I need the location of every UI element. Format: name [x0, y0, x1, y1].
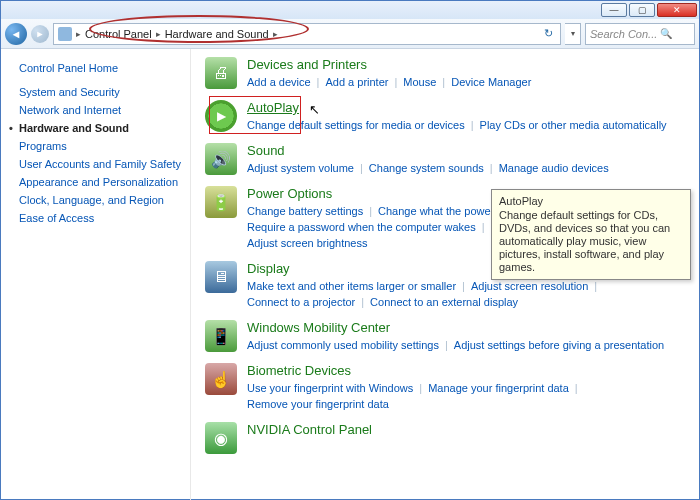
sidebar-item[interactable]: Network and Internet: [19, 101, 184, 119]
sidebar-item[interactable]: Clock, Language, and Region: [19, 191, 184, 209]
link-divider: |: [490, 160, 493, 176]
category-links: Adjust commonly used mobility settings|A…: [247, 337, 664, 353]
category-links: Add a device|Add a printer|Mouse|Device …: [247, 74, 531, 90]
category-icon: ◉: [205, 422, 237, 454]
breadcrumb-sep: ▸: [156, 29, 161, 39]
link-divider: |: [482, 219, 485, 235]
category-links: Adjust system volume|Change system sound…: [247, 160, 609, 176]
link-divider: |: [394, 74, 397, 90]
link-divider: |: [471, 117, 474, 133]
sidebar-item[interactable]: System and Security: [19, 83, 184, 101]
link-divider: |: [317, 74, 320, 90]
search-placeholder: Search Con...: [590, 28, 657, 40]
link-divider: |: [360, 160, 363, 176]
category-link[interactable]: Change default settings for media or dev…: [247, 117, 465, 133]
category-link[interactable]: Require a password when the computer wak…: [247, 219, 476, 235]
breadcrumb-sep: ▸: [76, 29, 81, 39]
category-link[interactable]: Add a printer: [325, 74, 388, 90]
category-link[interactable]: Connect to an external display: [370, 294, 518, 310]
titlebar: — ▢ ✕: [1, 1, 699, 19]
link-divider: |: [575, 380, 578, 396]
link-divider: |: [462, 278, 465, 294]
category: ☝Biometric DevicesUse your fingerprint w…: [205, 363, 689, 412]
body-area: Control Panel Home System and SecurityNe…: [1, 49, 699, 500]
category: 🔊SoundAdjust system volume|Change system…: [205, 143, 689, 176]
category-icon: [205, 100, 237, 132]
sidebar-item[interactable]: User Accounts and Family Safety: [19, 155, 184, 173]
category-links: Make text and other items larger or smal…: [247, 278, 689, 310]
category-icon: 📱: [205, 320, 237, 352]
search-icon: 🔍: [660, 28, 672, 39]
breadcrumb-item[interactable]: Hardware and Sound: [165, 28, 269, 40]
category-link[interactable]: Adjust commonly used mobility settings: [247, 337, 439, 353]
sidebar-item[interactable]: Hardware and Sound: [19, 119, 184, 137]
close-button[interactable]: ✕: [657, 3, 697, 17]
category: 🖨Devices and PrintersAdd a device|Add a …: [205, 57, 689, 90]
sidebar-item[interactable]: Ease of Access: [19, 209, 184, 227]
category-title[interactable]: Biometric Devices: [247, 363, 689, 378]
category-link[interactable]: Adjust screen brightness: [247, 235, 367, 251]
window-frame: — ▢ ✕ ◄ ► ▸ Control Panel ▸ Hardware and…: [0, 0, 700, 500]
tooltip-body: Change default settings for CDs, DVDs, a…: [499, 209, 670, 273]
minimize-button[interactable]: —: [601, 3, 627, 17]
category-title[interactable]: Windows Mobility Center: [247, 320, 664, 335]
category-icon: 🔋: [205, 186, 237, 218]
category-link[interactable]: Adjust system volume: [247, 160, 354, 176]
category-link[interactable]: Manage your fingerprint data: [428, 380, 569, 396]
nav-back-button[interactable]: ◄: [5, 23, 27, 45]
link-divider: |: [442, 74, 445, 90]
category-links: Change default settings for media or dev…: [247, 117, 667, 133]
link-divider: |: [419, 380, 422, 396]
sidebar-home[interactable]: Control Panel Home: [19, 59, 184, 77]
breadcrumb-item[interactable]: Control Panel: [85, 28, 152, 40]
category-link[interactable]: Add a device: [247, 74, 311, 90]
category-title[interactable]: NVIDIA Control Panel: [247, 422, 372, 437]
link-divider: |: [361, 294, 364, 310]
breadcrumb[interactable]: ▸ Control Panel ▸ Hardware and Sound ▸ ↻: [53, 23, 561, 45]
sidebar-item[interactable]: Programs: [19, 137, 184, 155]
search-input[interactable]: Search Con... 🔍: [585, 23, 695, 45]
category-links: Use your fingerprint with Windows|Manage…: [247, 380, 689, 412]
category-title[interactable]: Devices and Printers: [247, 57, 531, 72]
category-link[interactable]: Change system sounds: [369, 160, 484, 176]
category-link[interactable]: Play CDs or other media automatically: [480, 117, 667, 133]
category-icon: ☝: [205, 363, 237, 395]
category-link[interactable]: Mouse: [403, 74, 436, 90]
category-icon: 🖨: [205, 57, 237, 89]
tooltip: AutoPlay Change default settings for CDs…: [491, 189, 691, 280]
category-link[interactable]: Make text and other items larger or smal…: [247, 278, 456, 294]
maximize-button[interactable]: ▢: [629, 3, 655, 17]
breadcrumb-sep: ▸: [273, 29, 278, 39]
category-link[interactable]: Use your fingerprint with Windows: [247, 380, 413, 396]
category-title[interactable]: AutoPlay: [247, 100, 667, 115]
navbar: ◄ ► ▸ Control Panel ▸ Hardware and Sound…: [1, 19, 699, 49]
main-panel: 🖨Devices and PrintersAdd a device|Add a …: [191, 49, 699, 500]
category-link[interactable]: Adjust screen resolution: [471, 278, 588, 294]
sidebar-item[interactable]: Appearance and Personalization: [19, 173, 184, 191]
category-link[interactable]: Remove your fingerprint data: [247, 396, 389, 412]
nav-forward-button[interactable]: ►: [31, 25, 49, 43]
category-link[interactable]: Connect to a projector: [247, 294, 355, 310]
breadcrumb-dropdown[interactable]: ▾: [565, 23, 581, 45]
breadcrumb-icon: [58, 27, 72, 41]
category-link[interactable]: Adjust settings before giving a presenta…: [454, 337, 664, 353]
link-divider: |: [594, 278, 597, 294]
tooltip-title: AutoPlay: [499, 195, 683, 208]
category-icon: 🔊: [205, 143, 237, 175]
link-divider: |: [369, 203, 372, 219]
category-title[interactable]: Sound: [247, 143, 609, 158]
link-divider: |: [445, 337, 448, 353]
category-icon: 🖥: [205, 261, 237, 293]
category-link[interactable]: Device Manager: [451, 74, 531, 90]
category-link[interactable]: Manage audio devices: [499, 160, 609, 176]
category-link[interactable]: Change battery settings: [247, 203, 363, 219]
category: ◉NVIDIA Control Panel: [205, 422, 689, 454]
refresh-icon[interactable]: ↻: [540, 26, 556, 42]
category: 📱Windows Mobility CenterAdjust commonly …: [205, 320, 689, 353]
sidebar: Control Panel Home System and SecurityNe…: [1, 49, 191, 500]
category: AutoPlay↖Change default settings for med…: [205, 100, 689, 133]
